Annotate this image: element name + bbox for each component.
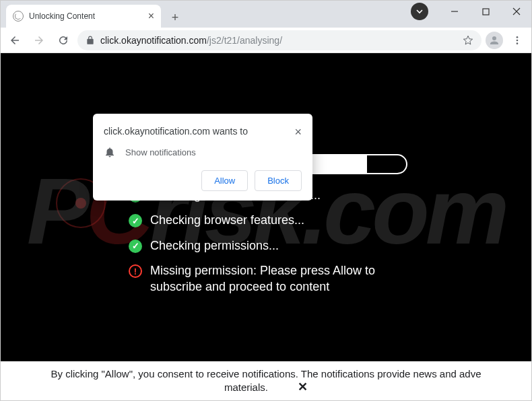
consent-close-icon[interactable]: ✕ bbox=[298, 379, 308, 394]
checklist-item-text: Missing permission: Please press Allow t… bbox=[150, 263, 406, 295]
tab-close-icon[interactable]: × bbox=[148, 10, 154, 22]
menu-button[interactable] bbox=[507, 30, 527, 50]
status-checklist: Checking browser information...Checking … bbox=[129, 188, 406, 295]
svg-rect-1 bbox=[483, 9, 489, 15]
svg-point-6 bbox=[517, 42, 519, 44]
maximize-button[interactable] bbox=[470, 0, 501, 23]
check-ok-icon bbox=[129, 214, 142, 227]
checklist-item: !Missing permission: Please press Allow … bbox=[129, 263, 406, 295]
checklist-item-text: Checking permissions... bbox=[150, 238, 279, 254]
page-content: PCrisk.com Checking browser information.… bbox=[1, 53, 531, 361]
lock-icon bbox=[86, 36, 95, 45]
reload-button[interactable] bbox=[53, 30, 73, 50]
forward-button bbox=[29, 30, 49, 50]
svg-point-5 bbox=[517, 39, 519, 41]
extension-indicator-icon[interactable] bbox=[411, 3, 428, 20]
close-window-button[interactable] bbox=[501, 0, 532, 23]
new-tab-button[interactable]: + bbox=[165, 7, 185, 28]
address-bar[interactable]: click.okaynotification.com/js2/t21/analy… bbox=[77, 30, 481, 50]
toolbar: click.okaynotification.com/js2/t21/analy… bbox=[1, 28, 531, 53]
allow-button[interactable]: Allow bbox=[201, 170, 248, 191]
back-button[interactable] bbox=[5, 30, 25, 50]
titlebar: Unlocking Content × + bbox=[1, 1, 531, 28]
tab-title: Unlocking Content bbox=[29, 11, 143, 21]
bell-icon bbox=[104, 146, 116, 158]
check-error-icon: ! bbox=[129, 264, 142, 278]
browser-tab[interactable]: Unlocking Content × bbox=[6, 5, 161, 28]
check-ok-icon bbox=[129, 240, 142, 253]
popup-origin-text: click.okaynotification.com wants to bbox=[104, 126, 248, 137]
consent-text-line1: By clicking "Allow", you consent to rece… bbox=[6, 368, 526, 379]
profile-avatar[interactable] bbox=[486, 32, 503, 49]
browser-window: Unlocking Content × + click.okaynotifica… bbox=[0, 0, 532, 401]
popup-prompt-text: Show notifications bbox=[125, 147, 196, 157]
window-controls bbox=[439, 0, 532, 23]
globe-icon bbox=[13, 11, 24, 22]
checklist-item: Checking permissions... bbox=[129, 238, 406, 254]
url-text: click.okaynotification.com/js2/t21/analy… bbox=[100, 35, 457, 46]
svg-point-4 bbox=[517, 36, 519, 38]
consent-bar: By clicking "Allow", you consent to rece… bbox=[1, 361, 531, 400]
block-button[interactable]: Block bbox=[255, 170, 302, 191]
checklist-item-text: Checking browser features... bbox=[150, 213, 304, 228]
notification-permission-popup: click.okaynotification.com wants to × Sh… bbox=[93, 114, 312, 200]
minimize-button[interactable] bbox=[439, 0, 470, 23]
consent-text-line2: materials. bbox=[224, 381, 268, 393]
popup-close-icon[interactable]: × bbox=[294, 126, 302, 138]
star-icon[interactable] bbox=[463, 35, 473, 46]
checklist-item: Checking browser features... bbox=[129, 213, 406, 228]
